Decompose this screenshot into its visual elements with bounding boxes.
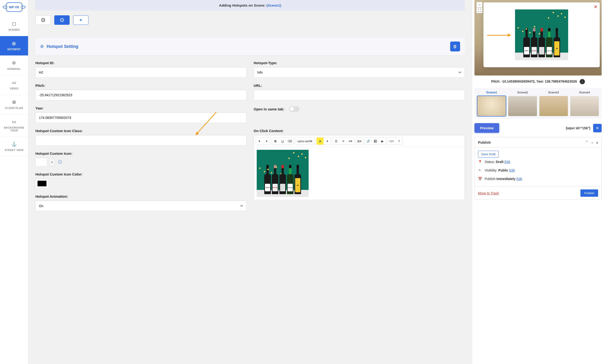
- rte-highlight-dropdown[interactable]: ▾: [324, 138, 331, 145]
- rte-help-button[interactable]: ?: [395, 138, 403, 145]
- rte-font-select[interactable]: sans-serif ▾: [295, 138, 315, 145]
- yaw-label: Yaw:: [35, 106, 247, 110]
- icon-class-label: Hotspot Custom Icon Class:: [35, 129, 247, 133]
- nav-floorplan[interactable]: ⊞ FLOOR PLAN: [0, 95, 28, 114]
- hotspot-tabs: +: [35, 15, 465, 31]
- collapse-up-icon[interactable]: ⌃: [585, 140, 588, 144]
- shortcode-text: [wpvr id="156"]: [566, 126, 590, 130]
- on-click-label: On Click Content:: [254, 129, 465, 133]
- preview-panel: − ⛶ ✕ JONES MALBEC BOURGOGNE ◉◉ Pitch: -…: [472, 0, 604, 364]
- scene-link[interactable]: (Scene1): [266, 3, 281, 7]
- rte-ol-button[interactable]: ≡: [340, 138, 347, 145]
- status-value: Draft: [496, 160, 503, 164]
- hotspot-id-input[interactable]: [35, 67, 247, 78]
- info-icon[interactable]: ⓘ: [58, 160, 62, 165]
- copy-shortcode-button[interactable]: ⧉: [593, 124, 602, 132]
- rte-eraser-button[interactable]: ⌫: [286, 138, 293, 145]
- close-icon[interactable]: ✕: [594, 4, 597, 9]
- save-draft-button[interactable]: Save Draft: [478, 151, 499, 158]
- pitch-label: Pitch:: [35, 84, 247, 88]
- thumbnail-image: [539, 96, 568, 116]
- hotspot-type-select[interactable]: Info: [254, 67, 465, 78]
- scene-thumb-4[interactable]: Scene4: [570, 91, 599, 116]
- collapse-down-icon[interactable]: ⌄: [591, 140, 594, 144]
- rte-content[interactable]: JONES MALBEC BOURGOGNE ◉◉: [254, 147, 465, 200]
- nav-streetview[interactable]: ⚓ STREET VIEW: [0, 137, 28, 156]
- nav-video[interactable]: ▭ VIDEO: [0, 75, 28, 95]
- icon-preview: [35, 158, 47, 166]
- zoom-out-button[interactable]: −: [476, 2, 482, 8]
- nav-bgtour[interactable]: ▭ BACKGROUND TOUR: [0, 114, 28, 137]
- hotspot-tab-2[interactable]: [54, 15, 70, 25]
- edit-visibility-link[interactable]: Edit: [509, 168, 515, 172]
- nav-scenes[interactable]: ▢ SCENES: [0, 16, 28, 36]
- rte-toolbar: ✦ ▾ B U ⌫ sans-serif ▾ A ▾: [254, 135, 465, 147]
- rte-table-button[interactable]: ⊞▾: [356, 138, 363, 145]
- rte-image-button[interactable]: 🖼: [372, 138, 379, 145]
- move-to-trash-link[interactable]: Move to Trash: [478, 191, 499, 195]
- floorplan-icon: ⊞: [1, 100, 27, 105]
- animation-select[interactable]: On: [35, 201, 247, 211]
- rte-bold-button[interactable]: B: [272, 138, 279, 145]
- scene-label: Scene1: [477, 91, 506, 94]
- hotspot-tab-1[interactable]: [35, 15, 51, 25]
- panorama-preview[interactable]: − ⛶ ✕ JONES MALBEC BOURGOGNE ◉◉: [475, 0, 602, 75]
- content-area: Adding Hotspots on Scene: (Scene1) + ⚙ H…: [28, 0, 472, 364]
- popup-image: JONES MALBEC BOURGOGNE ◉◉: [515, 9, 568, 60]
- rte-code-button[interactable]: </>: [388, 138, 395, 145]
- animation-label: Hotspot Animation:: [35, 194, 247, 198]
- plus-icon: +: [79, 17, 82, 23]
- schedule-label: Publish: [485, 177, 496, 181]
- color-picker[interactable]: [35, 179, 49, 188]
- download-icon[interactable]: ↓: [580, 79, 585, 84]
- pin-icon: 📍: [478, 160, 482, 164]
- scene-thumb-3[interactable]: Scene3: [539, 91, 568, 116]
- trash-icon: 🗑: [453, 44, 457, 49]
- edit-schedule-link[interactable]: Edit: [516, 177, 522, 181]
- nav-label: VIDEO: [10, 87, 18, 90]
- target-icon: ◎: [1, 41, 27, 46]
- anchor-icon: ⚓: [1, 141, 27, 147]
- nav-general[interactable]: ⚙ GENERAL: [0, 56, 28, 75]
- nav-label: STREET VIEW: [4, 149, 23, 151]
- visibility-label: Visibility:: [485, 168, 498, 172]
- rte-magic-button[interactable]: ✦: [256, 138, 263, 145]
- publish-panel: Publish ⌃ ⌄ ▴ Save Draft 📍 Status: Draft…: [475, 137, 602, 200]
- preview-button[interactable]: Preview: [475, 123, 499, 133]
- content-image: JONES MALBEC BOURGOGNE ◉◉: [257, 150, 309, 197]
- delete-hotspot-button[interactable]: 🗑: [450, 41, 460, 51]
- rte-video-button[interactable]: ▶: [379, 138, 386, 145]
- fullscreen-button[interactable]: ⛶: [476, 8, 482, 13]
- yaw-input[interactable]: [35, 113, 247, 123]
- pitch-input[interactable]: [35, 90, 247, 100]
- url-input[interactable]: [254, 90, 465, 100]
- icon-dropdown[interactable]: ▾: [49, 158, 55, 166]
- image-icon: ▢: [1, 21, 27, 26]
- nav-hotspot[interactable]: ◎ HOTSPOT: [0, 36, 28, 56]
- url-label: URL:: [254, 84, 465, 88]
- scene-label: Scene3: [539, 91, 568, 94]
- rte-highlight-button[interactable]: A: [317, 138, 324, 145]
- annotation-arrow: [487, 35, 511, 36]
- icon-class-input[interactable]: [35, 135, 247, 146]
- scene-thumb-1[interactable]: Scene1: [477, 91, 506, 116]
- toggle-panel-icon[interactable]: ▴: [596, 140, 598, 144]
- rte-underline-button[interactable]: U: [279, 138, 286, 145]
- target-icon: [41, 18, 45, 22]
- scene-thumb-2[interactable]: Scene2: [508, 91, 537, 116]
- nav-label: GENERAL: [7, 67, 21, 70]
- rte-align-button[interactable]: ≡▾: [347, 138, 354, 145]
- thumbnail-image: [570, 96, 599, 116]
- rte-dropdown[interactable]: ▾: [263, 138, 270, 145]
- rte-link-button[interactable]: 🔗: [365, 138, 372, 145]
- edit-status-link[interactable]: Edit: [504, 160, 510, 164]
- hotspot-type-label: Hotspot-Type:: [254, 61, 465, 65]
- sidebar: WP VR ▢ SCENES ◎ HOTSPOT ⚙ GENERAL ▭ VID…: [0, 0, 28, 364]
- hotspot-id-label: Hotspot ID:: [35, 61, 247, 65]
- logo: WP VR: [6, 0, 22, 16]
- nav-label: FLOOR PLAN: [5, 107, 23, 110]
- same-tab-toggle[interactable]: [289, 106, 299, 112]
- publish-button[interactable]: Publish: [580, 189, 598, 197]
- rte-ul-button[interactable]: ☰: [333, 138, 340, 145]
- hotspot-add-tab[interactable]: +: [73, 15, 88, 25]
